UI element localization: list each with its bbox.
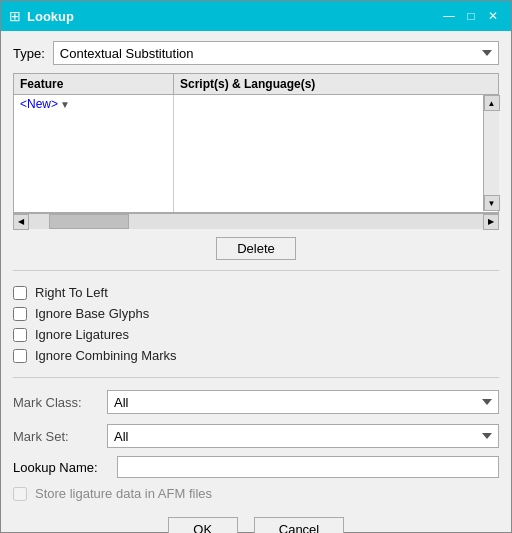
ignore-lig-label: Ignore Ligatures — [35, 327, 129, 342]
type-label: Type: — [13, 46, 45, 61]
col-feature-header: Feature — [14, 74, 174, 94]
checkbox-group: Right To Left Ignore Base Glyphs Ignore … — [13, 281, 499, 367]
table-body: <New> ▼ — [14, 95, 498, 212]
title-bar-controls: — □ ✕ — [439, 7, 503, 25]
lookup-window: ⊞ Lookup — □ ✕ Type: Contextual Substitu… — [0, 0, 512, 533]
feature-table: Feature Script(s) & Language(s) <New> ▼ — [13, 73, 499, 213]
col-scripts-header: Script(s) & Language(s) — [174, 74, 498, 94]
divider-1 — [13, 270, 499, 271]
scripts-col — [174, 95, 498, 212]
rtl-label: Right To Left — [35, 285, 108, 300]
rtl-checkbox[interactable] — [13, 286, 27, 300]
vertical-scrollbar[interactable]: ▲ ▼ — [483, 95, 499, 211]
scroll-left-button[interactable]: ◀ — [13, 214, 29, 230]
horizontal-scrollbar[interactable]: ◀ ▶ — [13, 213, 499, 229]
ignore-lig-checkbox[interactable] — [13, 328, 27, 342]
title-bar-left: ⊞ Lookup — [9, 8, 74, 24]
scroll-down-button[interactable]: ▼ — [484, 195, 500, 211]
lookup-name-row: Lookup Name: — [13, 456, 499, 478]
mark-class-row: Mark Class: All — [13, 390, 499, 414]
type-select[interactable]: Contextual SubstitutionContextual Positi… — [53, 41, 499, 65]
window-title: Lookup — [27, 9, 74, 24]
bottom-buttons: OK Cancel — [13, 509, 499, 533]
scroll-up-button[interactable]: ▲ — [484, 95, 500, 111]
table-header: Feature Script(s) & Language(s) — [14, 74, 498, 95]
feature-table-wrapper: Feature Script(s) & Language(s) <New> ▼ — [13, 73, 499, 229]
delete-row: Delete — [13, 237, 499, 260]
window-icon: ⊞ — [9, 8, 21, 24]
store-checkbox[interactable] — [13, 487, 27, 501]
ignore-marks-checkbox[interactable] — [13, 349, 27, 363]
feature-col: <New> ▼ — [14, 95, 174, 212]
mark-set-row: Mark Set: All — [13, 424, 499, 448]
new-cell-text: <New> — [20, 97, 58, 111]
ignore-base-row: Ignore Base Glyphs — [13, 306, 499, 321]
title-bar: ⊞ Lookup — □ ✕ — [1, 1, 511, 31]
mark-set-label: Mark Set: — [13, 429, 103, 444]
lookup-name-label: Lookup Name: — [13, 460, 113, 475]
scroll-right-button[interactable]: ▶ — [483, 214, 499, 230]
store-row: Store ligature data in AFM files — [13, 486, 499, 501]
dialog-content: Type: Contextual SubstitutionContextual … — [1, 31, 511, 533]
ok-button[interactable]: OK — [168, 517, 238, 533]
delete-button[interactable]: Delete — [216, 237, 296, 260]
ignore-lig-row: Ignore Ligatures — [13, 327, 499, 342]
table-row[interactable]: <New> ▼ — [14, 95, 173, 113]
mark-class-label: Mark Class: — [13, 395, 103, 410]
divider-2 — [13, 377, 499, 378]
ignore-marks-row: Ignore Combining Marks — [13, 348, 499, 363]
maximize-button[interactable]: □ — [461, 7, 481, 25]
mark-class-select[interactable]: All — [107, 390, 499, 414]
mark-set-select[interactable]: All — [107, 424, 499, 448]
lookup-name-input[interactable] — [117, 456, 499, 478]
store-label: Store ligature data in AFM files — [35, 486, 212, 501]
ignore-base-label: Ignore Base Glyphs — [35, 306, 149, 321]
ignore-marks-label: Ignore Combining Marks — [35, 348, 177, 363]
type-row: Type: Contextual SubstitutionContextual … — [13, 41, 499, 65]
dropdown-arrow-icon: ▼ — [60, 99, 70, 110]
close-button[interactable]: ✕ — [483, 7, 503, 25]
new-cell: <New> ▼ — [20, 97, 70, 111]
rtl-row: Right To Left — [13, 285, 499, 300]
hscroll-thumb[interactable] — [49, 214, 129, 229]
scroll-track — [484, 111, 499, 195]
minimize-button[interactable]: — — [439, 7, 459, 25]
ignore-base-checkbox[interactable] — [13, 307, 27, 321]
hscroll-track — [29, 214, 483, 229]
cancel-button[interactable]: Cancel — [254, 517, 344, 533]
